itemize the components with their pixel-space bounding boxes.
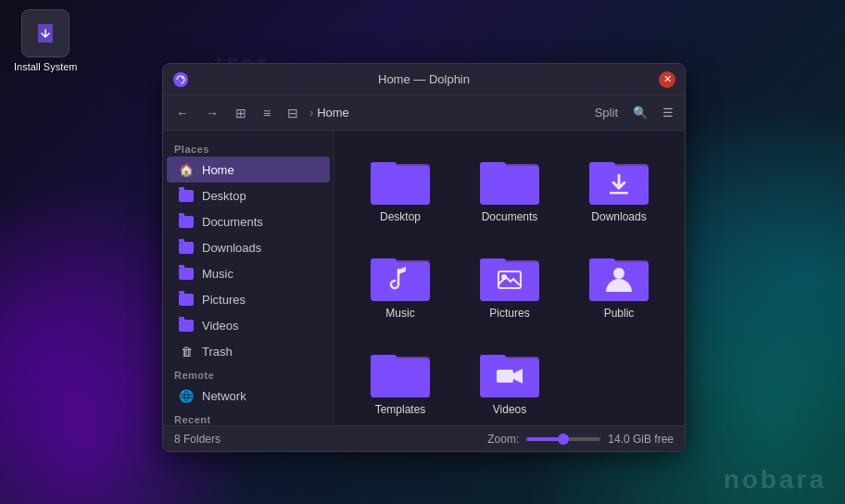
install-system-label: Install System bbox=[14, 61, 77, 72]
breadcrumb-arrow: › bbox=[309, 107, 313, 120]
title-bar: Home — Dolphin ✕ bbox=[163, 64, 685, 95]
file-item-documents[interactable]: Documents bbox=[459, 145, 561, 234]
file-label-desktop: Desktop bbox=[380, 210, 421, 223]
breadcrumb-bar: › Home bbox=[309, 106, 586, 120]
sidebar-item-pictures[interactable]: Pictures bbox=[167, 286, 330, 312]
trash-icon: 🗑 bbox=[178, 343, 195, 359]
file-label-pictures: Pictures bbox=[489, 307, 529, 320]
sidebar-label-pictures: Pictures bbox=[202, 293, 246, 307]
folder-count: 8 Folders bbox=[174, 433, 480, 446]
recent-section-label: Recent bbox=[163, 409, 334, 425]
svg-point-2 bbox=[182, 77, 183, 79]
templates-folder-svg bbox=[371, 349, 430, 397]
file-item-public[interactable]: Public bbox=[568, 242, 670, 331]
sidebar-item-home[interactable]: 🏠 Home bbox=[167, 157, 330, 183]
file-label-public: Public bbox=[604, 307, 635, 320]
file-label-templates: Templates bbox=[375, 403, 426, 416]
main-content: Places 🏠 Home Desktop Documents bbox=[163, 131, 685, 425]
svg-rect-31 bbox=[497, 370, 513, 383]
file-label-documents: Documents bbox=[482, 210, 538, 223]
sidebar-item-trash[interactable]: 🗑 Trash bbox=[167, 338, 330, 364]
sidebar-label-documents: Documents bbox=[202, 215, 263, 229]
sidebar-label-network: Network bbox=[202, 389, 246, 403]
toolbar-right: Split 🔍 ☰ bbox=[591, 104, 677, 121]
sidebar-label-home: Home bbox=[202, 163, 234, 177]
public-folder-svg bbox=[589, 253, 649, 301]
sidebar-item-videos[interactable]: Videos bbox=[167, 312, 330, 338]
back-button[interactable]: ← bbox=[170, 102, 195, 124]
sidebar-item-downloads[interactable]: Downloads bbox=[167, 234, 330, 260]
desktop-folder-icon bbox=[178, 187, 195, 204]
network-icon: 🌐 bbox=[178, 387, 195, 404]
documents-folder-icon bbox=[178, 213, 195, 230]
svg-rect-12 bbox=[610, 192, 628, 195]
view-compact-button[interactable]: ⊟ bbox=[282, 102, 304, 124]
file-label-music: Music bbox=[385, 307, 414, 320]
file-label-downloads: Downloads bbox=[591, 210, 646, 223]
window-title: Home — Dolphin bbox=[196, 72, 651, 86]
svg-rect-27 bbox=[371, 359, 430, 397]
zoom-label: Zoom: bbox=[487, 433, 519, 446]
view-icons-button[interactable]: ⊞ bbox=[230, 102, 252, 124]
svg-rect-5 bbox=[371, 166, 430, 205]
places-section-label: Places bbox=[163, 138, 334, 157]
breadcrumb-home[interactable]: Home bbox=[317, 106, 349, 120]
sidebar-item-desktop[interactable]: Desktop bbox=[167, 183, 330, 208]
sidebar-label-music: Music bbox=[202, 267, 233, 281]
pictures-folder-svg bbox=[480, 253, 539, 301]
forward-button[interactable]: → bbox=[200, 102, 224, 124]
install-system-icon[interactable]: Install System bbox=[14, 9, 77, 72]
install-system-icon-box bbox=[21, 9, 69, 57]
dolphin-app-icon bbox=[172, 71, 189, 88]
sidebar-item-network[interactable]: 🌐 Network bbox=[167, 383, 330, 409]
svg-point-1 bbox=[173, 72, 188, 87]
toolbar: ← → ⊞ ≡ ⊟ › Home Split 🔍 ☰ bbox=[163, 95, 685, 131]
menu-button[interactable]: ☰ bbox=[659, 104, 677, 121]
documents-folder-svg bbox=[480, 157, 539, 205]
videos-folder-icon bbox=[178, 317, 195, 334]
file-grid: Desktop Documents bbox=[334, 131, 685, 425]
sidebar-item-documents[interactable]: Documents bbox=[167, 208, 330, 234]
free-space: 14.0 GiB free bbox=[608, 433, 674, 446]
svg-rect-15 bbox=[371, 262, 430, 301]
svg-point-24 bbox=[613, 268, 624, 279]
file-item-music[interactable]: Music bbox=[349, 242, 451, 331]
videos-folder-svg bbox=[480, 349, 539, 397]
file-item-templates[interactable]: Templates bbox=[349, 338, 451, 425]
sidebar-label-downloads: Downloads bbox=[202, 241, 261, 255]
sidebar-label-desktop: Desktop bbox=[202, 189, 246, 203]
dolphin-window: Home — Dolphin ✕ ← → ⊞ ≡ ⊟ › Home Split … bbox=[162, 63, 686, 452]
sidebar: Places 🏠 Home Desktop Documents bbox=[163, 131, 334, 425]
status-bar: 8 Folders Zoom: 14.0 GiB free bbox=[163, 425, 685, 451]
file-item-downloads[interactable]: Downloads bbox=[568, 145, 670, 234]
search-button[interactable]: 🔍 bbox=[629, 104, 651, 121]
desktop-folder-svg bbox=[371, 157, 430, 205]
home-icon: 🏠 bbox=[178, 161, 195, 178]
svg-rect-8 bbox=[480, 166, 539, 205]
sidebar-item-music[interactable]: Music bbox=[167, 260, 330, 286]
downloads-folder-icon bbox=[178, 239, 195, 256]
file-label-videos: Videos bbox=[493, 403, 526, 416]
view-list-button[interactable]: ≡ bbox=[258, 102, 276, 124]
close-button[interactable]: ✕ bbox=[659, 71, 675, 88]
pictures-folder-icon bbox=[178, 291, 195, 308]
sidebar-label-trash: Trash bbox=[202, 345, 233, 359]
sidebar-label-videos: Videos bbox=[202, 319, 239, 333]
zoom-slider[interactable] bbox=[526, 437, 600, 441]
file-item-desktop[interactable]: Desktop bbox=[349, 145, 451, 234]
split-button[interactable]: Split bbox=[591, 104, 622, 121]
file-item-videos[interactable]: Videos bbox=[459, 338, 561, 425]
remote-section-label: Remote bbox=[163, 364, 334, 383]
music-folder-svg bbox=[371, 253, 430, 301]
downloads-folder-svg bbox=[589, 157, 649, 205]
file-item-pictures[interactable]: Pictures bbox=[459, 242, 561, 331]
music-folder-icon bbox=[178, 265, 195, 282]
